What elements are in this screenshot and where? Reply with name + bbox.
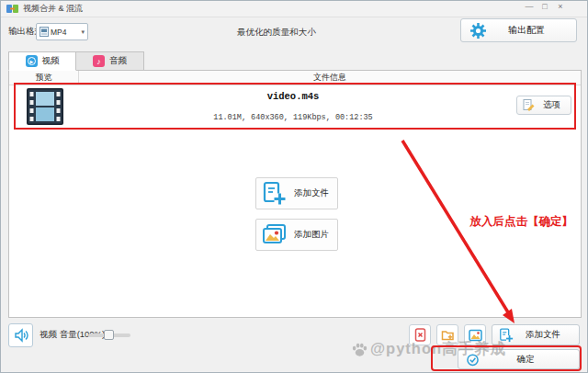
- add-file-button[interactable]: 添加文件: [255, 177, 338, 209]
- window-title: 视频合并 & 混流: [23, 3, 83, 15]
- gear-icon: [470, 23, 486, 39]
- confirm-button[interactable]: 确定: [458, 349, 580, 369]
- output-config-button[interactable]: 输出配置: [460, 18, 577, 42]
- column-header-fileinfo: 文件信息: [79, 71, 581, 85]
- app-icon: [6, 3, 18, 15]
- add-image-label: 添加图片: [294, 229, 329, 241]
- speaker-icon: [14, 328, 28, 343]
- output-config-label: 输出配置: [486, 24, 567, 37]
- remove-file-button[interactable]: [409, 324, 431, 345]
- options-button[interactable]: 选项: [516, 96, 571, 115]
- music-note-icon: ♪: [93, 55, 105, 67]
- add-file-icon: [499, 328, 514, 343]
- add-image-button[interactable]: 添加图片: [255, 219, 338, 251]
- tab-video-label: 视频: [42, 55, 60, 67]
- add-picture-button[interactable]: [464, 324, 486, 345]
- volume-slider[interactable]: [88, 333, 130, 337]
- file-details: 11.01M, 640x360, 119Kbps, 00:12:35: [79, 113, 507, 122]
- minimize-button[interactable]: —: [525, 2, 534, 11]
- add-folder-icon: [441, 328, 455, 342]
- bottom-add-file-button[interactable]: 添加文件: [492, 324, 580, 345]
- tab-video[interactable]: ▶ 视频: [8, 51, 76, 71]
- mute-button[interactable]: [8, 323, 33, 347]
- add-file-icon: [262, 181, 287, 206]
- bottom-add-file-label: 添加文件: [514, 329, 572, 341]
- app-window: 视频合并 & 混流 — □ × 输出格式 MP4 ▾ 最优化的质量和大小 输出配…: [0, 0, 588, 373]
- file-name: video.m4s: [79, 91, 507, 102]
- tab-audio[interactable]: ♪ 音频: [76, 51, 144, 71]
- options-label: 选项: [538, 99, 565, 111]
- maximize-button[interactable]: □: [540, 2, 549, 11]
- title-bar: 视频合并 & 混流: [1, 1, 587, 17]
- play-icon: ▶: [26, 55, 38, 67]
- remove-file-icon: [413, 328, 427, 342]
- add-image-icon: [262, 223, 287, 246]
- paw-icon: [351, 341, 368, 358]
- picture-icon: [469, 329, 482, 342]
- close-button[interactable]: ×: [556, 2, 565, 11]
- film-strip-thumbnail: [27, 88, 63, 125]
- volume-slider-handle[interactable]: [104, 330, 114, 340]
- add-file-label: 添加文件: [294, 187, 329, 199]
- confirm-label: 确定: [480, 354, 571, 366]
- column-header-preview: 预览: [9, 71, 79, 85]
- check-circle-icon: [466, 353, 480, 367]
- edit-document-icon: [523, 99, 535, 111]
- table-header: 预览 文件信息: [9, 71, 581, 85]
- media-tabs: ▶ 视频 ♪ 音频: [8, 51, 144, 71]
- tab-audio-label: 音频: [109, 55, 127, 67]
- add-folder-button[interactable]: [436, 324, 458, 345]
